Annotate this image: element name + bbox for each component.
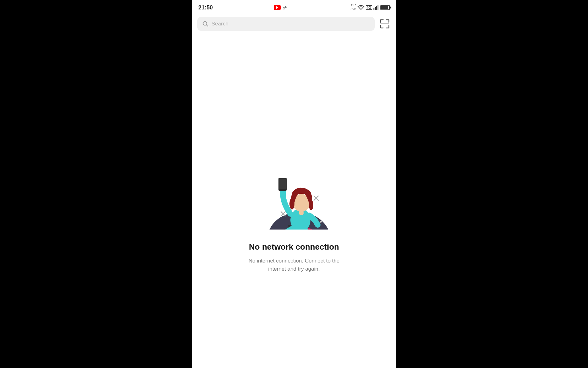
youtube-icon [274,5,281,10]
main-content: No network connection No internet connec… [192,34,396,368]
svg-line-6 [206,25,208,26]
error-title: No network connection [249,242,339,252]
error-subtitle: No internet connection. Connect to the i… [244,257,344,273]
status-bar: 21:50 ☍ 11.0KB/S 4G [192,0,396,14]
svg-point-23 [309,200,313,210]
chain-icon: ☍ [283,5,288,11]
search-icon [202,21,209,27]
search-placeholder: Search [212,21,229,27]
battery-icon [380,5,390,10]
svg-point-22 [289,198,294,209]
svg-rect-4 [378,5,379,10]
phone-frame: 21:50 ☍ 11.0KB/S 4G [192,0,396,368]
wifi-icon [358,5,364,10]
scan-icon [379,19,390,29]
notification-icons: ☍ [274,5,288,11]
search-bar-container: Search [192,14,396,34]
svg-rect-0 [373,8,374,10]
svg-point-19 [320,221,322,223]
battery-container [380,5,390,10]
system-icons: 11.0KB/S 4G [350,4,389,11]
status-time: 21:50 [199,4,213,11]
error-illustration [250,129,338,230]
svg-rect-3 [377,5,378,10]
4g-badge: 4G [366,5,372,10]
signal-icon [373,5,379,10]
svg-rect-26 [279,179,286,189]
no-network-illustration [250,129,338,230]
network-speed: 11.0KB/S [350,4,356,11]
svg-rect-1 [375,7,376,10]
svg-rect-24 [299,210,304,215]
scan-button[interactable] [379,18,391,30]
svg-rect-2 [376,6,377,10]
search-bar[interactable]: Search [197,17,375,31]
